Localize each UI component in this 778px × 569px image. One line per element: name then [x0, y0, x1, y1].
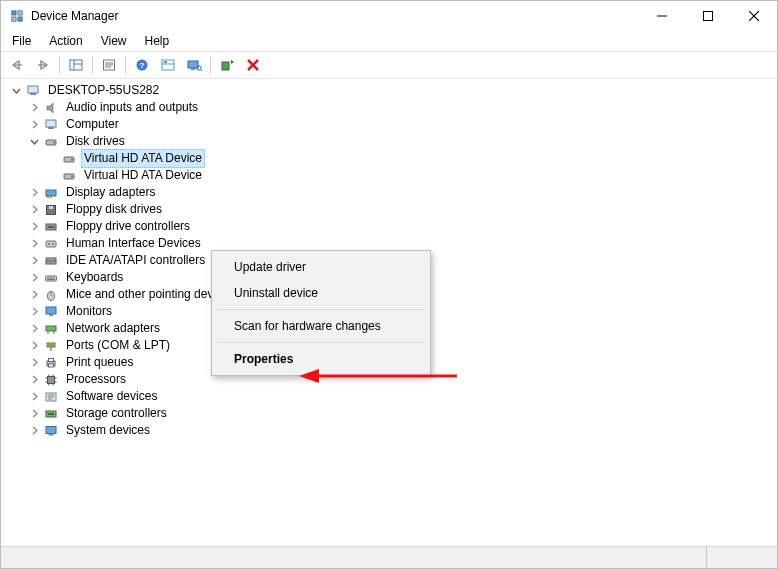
titlebar: Device Manager [1, 1, 777, 31]
expand-icon[interactable] [27, 288, 41, 302]
tree-item-system-devices[interactable]: System devices [5, 422, 777, 439]
tree-label: Human Interface Devices [63, 235, 204, 252]
expand-icon[interactable] [27, 186, 41, 200]
expand-icon[interactable] [27, 118, 41, 132]
tree-label: Floppy disk drives [63, 201, 165, 218]
expand-icon[interactable] [27, 305, 41, 319]
context-menu-update-driver[interactable]: Update driver [214, 254, 428, 280]
svg-rect-10 [70, 60, 82, 70]
tree-label: Print queues [63, 354, 136, 371]
action-center-button[interactable] [156, 54, 180, 76]
menu-file[interactable]: File [3, 32, 40, 50]
network-icon [43, 321, 59, 337]
floppy-icon [43, 202, 59, 218]
controller-icon [43, 219, 59, 235]
tree-label: Audio inputs and outputs [63, 99, 201, 116]
expand-icon[interactable] [27, 424, 41, 438]
tree-label: Network adapters [63, 320, 163, 337]
expand-icon[interactable] [27, 237, 41, 251]
storage-controller-icon [43, 406, 59, 422]
add-legacy-button[interactable] [215, 54, 239, 76]
window-buttons [639, 1, 777, 31]
svg-rect-40 [47, 196, 49, 198]
svg-point-36 [71, 158, 73, 160]
computer-icon [43, 117, 59, 133]
tree-item-floppy-controllers[interactable]: Floppy drive controllers [5, 218, 777, 235]
tree-root[interactable]: DESKTOP-55US282 [5, 82, 777, 99]
maximize-button[interactable] [685, 1, 731, 31]
tree-label: Software devices [63, 388, 160, 405]
svg-rect-68 [49, 364, 54, 367]
toolbar-separator [59, 56, 60, 74]
expand-icon[interactable] [27, 356, 41, 370]
expand-icon[interactable] [27, 203, 41, 217]
expand-icon[interactable] [27, 322, 41, 336]
svg-point-64 [52, 344, 54, 346]
expand-icon[interactable] [27, 254, 41, 268]
svg-point-38 [71, 175, 73, 177]
speaker-icon [43, 100, 59, 116]
collapse-icon[interactable] [27, 135, 41, 149]
tree-item-computer[interactable]: Computer [5, 116, 777, 133]
menu-action[interactable]: Action [40, 32, 91, 50]
svg-point-34 [53, 141, 55, 143]
menu-help[interactable]: Help [136, 32, 179, 50]
svg-rect-29 [28, 86, 38, 93]
close-button[interactable] [731, 1, 777, 31]
expand-icon[interactable] [27, 339, 41, 353]
context-menu-scan[interactable]: Scan for hardware changes [214, 313, 428, 339]
app-icon [9, 8, 25, 24]
svg-point-63 [50, 344, 52, 346]
svg-rect-45 [48, 226, 54, 228]
uninstall-button[interactable] [241, 54, 265, 76]
ide-icon [43, 253, 59, 269]
svg-rect-58 [46, 326, 56, 331]
svg-rect-5 [704, 12, 713, 21]
expand-icon[interactable] [27, 373, 41, 387]
tree-item-floppy-drives[interactable]: Floppy disk drives [5, 201, 777, 218]
scan-hardware-button[interactable] [182, 54, 206, 76]
statusbar [1, 546, 777, 568]
properties-button[interactable] [97, 54, 121, 76]
expand-icon[interactable] [27, 101, 41, 115]
svg-rect-39 [46, 190, 56, 196]
expand-icon[interactable] [27, 271, 41, 285]
back-button[interactable] [5, 54, 29, 76]
expand-icon[interactable] [27, 390, 41, 404]
mouse-icon [43, 287, 59, 303]
svg-rect-41 [50, 196, 52, 198]
ports-icon [43, 338, 59, 354]
minimize-button[interactable] [639, 1, 685, 31]
expand-icon[interactable] [27, 407, 41, 421]
tree-item-disk-child[interactable]: Virtual HD ATA Device [5, 150, 777, 167]
expand-icon[interactable] [27, 220, 41, 234]
svg-rect-2 [12, 17, 16, 21]
tree-item-disk-drives[interactable]: Disk drives [5, 133, 777, 150]
keyboard-icon [43, 270, 59, 286]
tree-label: Processors [63, 371, 129, 388]
menu-view[interactable]: View [92, 32, 136, 50]
toolbar: ? [1, 51, 777, 79]
help-button[interactable]: ? [130, 54, 154, 76]
context-menu-uninstall[interactable]: Uninstall device [214, 280, 428, 306]
context-menu-properties[interactable]: Properties [214, 346, 428, 372]
tree-label: Display adapters [63, 184, 158, 201]
content-pane[interactable]: DESKTOP-55US282 Audio inputs and outputs… [1, 79, 777, 546]
tree-item-audio[interactable]: Audio inputs and outputs [5, 99, 777, 116]
statusbar-separator [706, 547, 707, 568]
forward-button[interactable] [31, 54, 55, 76]
tree-label: Floppy drive controllers [63, 218, 193, 235]
collapse-icon[interactable] [9, 84, 23, 98]
tree-label: DESKTOP-55US282 [45, 82, 162, 99]
tree-item-storage-controllers[interactable]: Storage controllers [5, 405, 777, 422]
tree-label: Storage controllers [63, 405, 170, 422]
svg-rect-23 [191, 68, 195, 70]
svg-rect-83 [48, 413, 54, 415]
svg-rect-57 [49, 314, 53, 316]
tree-item-display[interactable]: Display adapters [5, 184, 777, 201]
tree-label: Keyboards [63, 269, 126, 286]
printer-icon [43, 355, 59, 371]
tree-item-software-devices[interactable]: Software devices [5, 388, 777, 405]
show-hide-tree-button[interactable] [64, 54, 88, 76]
tree-item-disk-child[interactable]: Virtual HD ATA Device [5, 167, 777, 184]
